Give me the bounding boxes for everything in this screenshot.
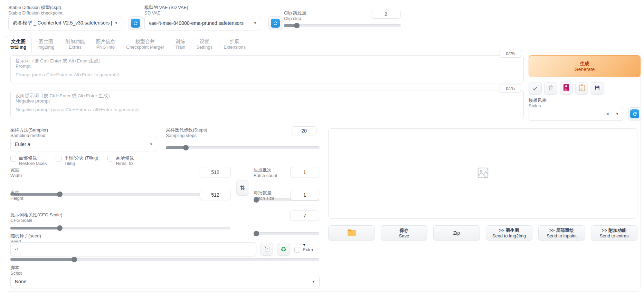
- vae-label-en: SD VAE: [144, 10, 188, 16]
- recycle-icon: ♻: [281, 246, 286, 253]
- tab-settings[interactable]: 设置 Settings: [191, 36, 218, 52]
- prompt-token-counter: 0/75: [500, 50, 521, 58]
- reuse-seed-button[interactable]: ♻: [277, 243, 290, 256]
- floppy-disk-icon: [594, 85, 600, 92]
- vae-dropdown[interactable]: vae-ft-mse-840000-ema-pruned.safetensors…: [144, 16, 261, 30]
- negative-prompt-input[interactable]: [16, 107, 519, 116]
- output-gallery[interactable]: [328, 128, 637, 219]
- vae-refresh-button[interactable]: [268, 16, 282, 30]
- script-label: 脚本 Script: [10, 265, 22, 276]
- tab-img2img[interactable]: 图生图 img2img: [32, 36, 60, 52]
- seed-extra-checkbox[interactable]: [294, 247, 300, 253]
- checkpoint-dropdown[interactable]: 必备模型 _ Counterfeit-V2.5_v30.safetensors …: [8, 16, 122, 30]
- styles-refresh-button[interactable]: [628, 107, 641, 120]
- send-to-img2img-button[interactable]: >> 图生图 Send to img2img: [486, 225, 532, 241]
- seed-input[interactable]: [10, 242, 256, 256]
- refresh-icon: [271, 19, 280, 28]
- tab-extensions[interactable]: 扩展 Extensions: [218, 36, 251, 52]
- extra-networks-button[interactable]: [560, 82, 573, 95]
- chevron-down-icon: ▼: [115, 21, 118, 25]
- seed-extra-label: Extra: [303, 247, 313, 253]
- height-slider[interactable]: [10, 225, 230, 231]
- width-label: 宽度 Width: [10, 167, 22, 178]
- sampler-dropdown[interactable]: Euler a ▼: [10, 137, 157, 151]
- chevron-down-icon: ▼: [303, 243, 313, 247]
- save-style-button[interactable]: [591, 82, 604, 95]
- negative-prompt-box: 反向提示词（按 Ctrl+Enter 或 Alt+Enter 生成） Negat…: [10, 90, 524, 118]
- steps-label: 采样迭代步数(Steps) Sampling steps: [166, 127, 207, 138]
- refresh-icon: [630, 109, 639, 118]
- send-to-extras-button[interactable]: >> 附加功能 Send to extras: [591, 225, 637, 241]
- clip-skip-label: Clip 跳过层 Clip skip: [284, 10, 306, 21]
- random-seed-button[interactable]: [260, 243, 273, 256]
- stable-diffusion-webui: Stable Diffusion 模型(ckpt) Stable Diffusi…: [0, 0, 644, 294]
- generate-button[interactable]: 生成 Generate: [529, 55, 641, 77]
- batch-count-label: 生成批次 Batch count: [254, 167, 277, 178]
- chevron-down-icon: ▼: [150, 143, 153, 146]
- paste-params-button[interactable]: ↙: [529, 82, 542, 95]
- hires-fix-checkbox[interactable]: 高清修复 Hires. fix: [107, 155, 134, 166]
- tab-checkpoint-merger[interactable]: 模型合并 Checkpoint Merger: [121, 36, 170, 52]
- cfg-slider[interactable]: [10, 257, 319, 262]
- image-placeholder-icon: [476, 166, 490, 181]
- height-input[interactable]: [200, 190, 231, 200]
- cfg-input[interactable]: [290, 210, 319, 221]
- chevron-down-icon: ▼: [616, 112, 619, 116]
- tab-png-info[interactable]: 图片信息 PNG Info: [90, 36, 121, 52]
- width-slider[interactable]: [10, 192, 230, 197]
- negative-token-counter: 0/75: [500, 85, 521, 92]
- swap-dimensions-button[interactable]: ⇅: [236, 180, 248, 196]
- checkpoint-refresh-button[interactable]: [129, 16, 142, 30]
- clear-prompt-button[interactable]: [544, 82, 557, 95]
- checkpoint-label-en: Stable Diffusion checkpoint: [8, 10, 63, 16]
- prompt-input[interactable]: [16, 72, 519, 81]
- send-to-inpaint-button[interactable]: >> 局部重绘 Send to inpaint: [538, 225, 585, 241]
- tiling-checkbox[interactable]: 平铺/分块 (Tiling) Tiling: [56, 155, 98, 166]
- refresh-icon: [131, 19, 140, 28]
- clip-skip-label-zh: Clip 跳过层: [284, 10, 306, 16]
- sampler-value: Euler a: [15, 141, 147, 147]
- vae-label: 模型的 VAE (SD VAE) SD VAE: [144, 5, 188, 16]
- steps-input[interactable]: [292, 126, 316, 135]
- seed-extra[interactable]: ▼ Extra: [303, 243, 313, 253]
- slider-thumb[interactable]: [57, 192, 63, 197]
- main-tabs: 文生图 txt2img 图生图 img2img 附加功能 Extras 图片信息…: [5, 36, 251, 52]
- script-dropdown[interactable]: None ▼: [10, 275, 320, 288]
- slider-thumb[interactable]: [294, 23, 300, 28]
- steps-slider[interactable]: [166, 145, 320, 150]
- checkpoint-value: 必备模型 _ Counterfeit-V2.5_v30.safetensors …: [13, 20, 112, 26]
- open-folder-button[interactable]: [328, 225, 375, 241]
- batch-count-input[interactable]: [290, 167, 319, 177]
- checkbox-icon: [107, 156, 113, 161]
- prompt-box: 提示词（按 Ctrl+Enter 或 Alt+Enter 生成） Prompt: [10, 55, 524, 83]
- slider-thumb[interactable]: [183, 145, 189, 150]
- tab-txt2img[interactable]: 文生图 txt2img: [5, 36, 32, 52]
- slider-thumb[interactable]: [72, 257, 77, 262]
- tab-extras[interactable]: 附加功能 Extras: [60, 36, 90, 52]
- tab-train[interactable]: 训练 Train: [170, 36, 191, 52]
- clear-icon[interactable]: ✕: [606, 111, 609, 117]
- slider-thumb[interactable]: [254, 231, 259, 236]
- clip-skip-label-en: Clip skip: [284, 16, 306, 21]
- zip-button[interactable]: Zip: [433, 225, 480, 241]
- card-icon: [564, 84, 569, 92]
- styles-dropdown[interactable]: ✕ ▼: [529, 107, 623, 121]
- height-label: 高度 Height: [10, 190, 23, 201]
- clip-skip-slider[interactable]: [284, 23, 401, 28]
- batch-size-slider[interactable]: [254, 231, 319, 236]
- arrow-down-left-icon: ↙: [533, 85, 537, 92]
- checkbox-icon: [56, 156, 61, 161]
- clip-skip-input[interactable]: [371, 10, 401, 19]
- restore-faces-checkbox[interactable]: 面部修复 Restore faces: [10, 155, 47, 166]
- apply-style-button[interactable]: [575, 82, 588, 95]
- batch-size-label: 每批数量 Batch size: [254, 190, 274, 201]
- vae-label-zh: 模型的 VAE (SD VAE): [144, 5, 188, 10]
- width-input[interactable]: [200, 167, 231, 177]
- vae-value: vae-ft-mse-840000-ema-pruned.safetensors: [149, 20, 251, 26]
- checkpoint-label: Stable Diffusion 模型(ckpt) Stable Diffusi…: [8, 5, 63, 16]
- slider-thumb[interactable]: [57, 225, 63, 231]
- save-button[interactable]: 保存 Save: [381, 225, 427, 241]
- checkbox-icon: [10, 156, 16, 161]
- clipboard-icon: [579, 84, 585, 92]
- batch-size-input[interactable]: [290, 190, 319, 200]
